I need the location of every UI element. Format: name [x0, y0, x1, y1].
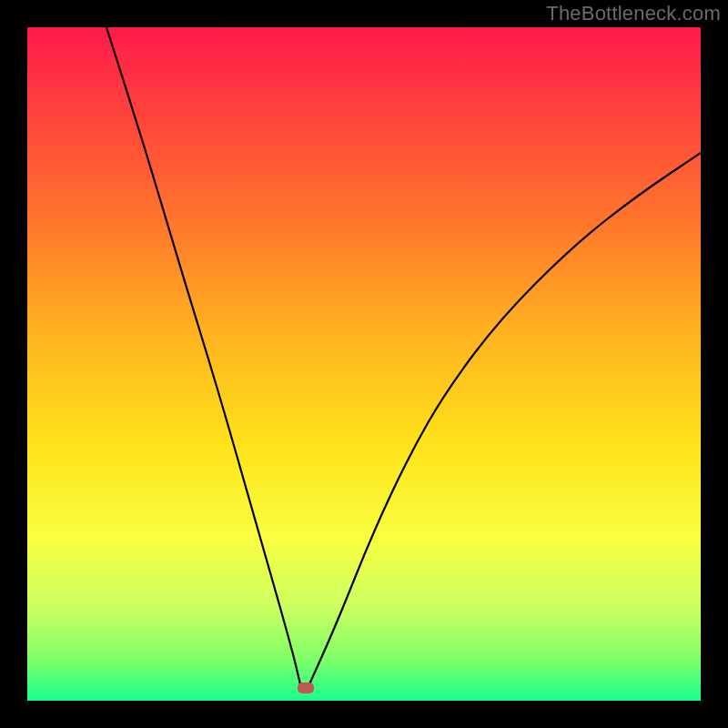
chart-container: TheBottleneck.com: [0, 0, 728, 728]
minimum-marker: [298, 682, 314, 693]
bottleneck-curve: [27, 27, 701, 701]
watermark-text: TheBottleneck.com: [546, 2, 721, 25]
plot-area: [27, 27, 701, 701]
curve-path: [106, 27, 701, 684]
